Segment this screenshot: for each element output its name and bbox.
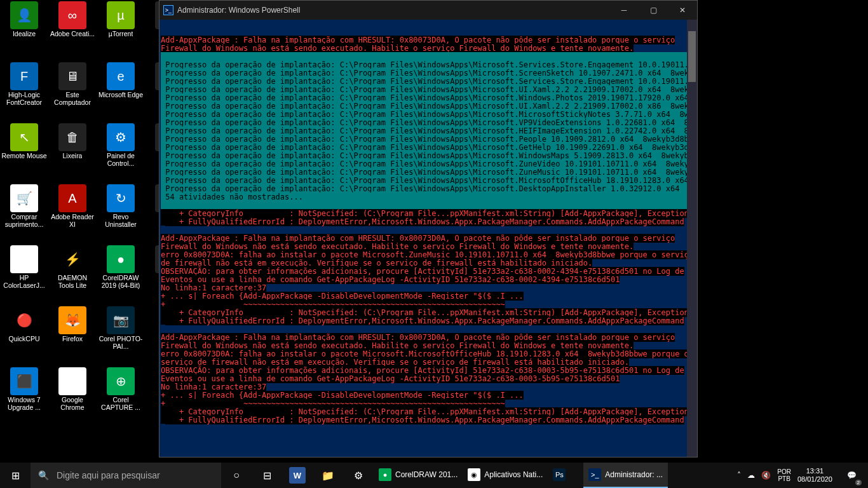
desktop-icon[interactable]: ●CorelDRAW 2019 (64-Bit) <box>97 244 145 305</box>
icon-label: Este Computador <box>50 92 95 106</box>
onedrive-icon[interactable]: ☁ <box>747 471 755 480</box>
app-icon: ◉ <box>58 367 86 395</box>
terminal-line: Progresso da operação de implantação: C:… <box>161 93 697 102</box>
terminal-line: + ~~~~~~~~~~~~~~~~~~~~~~~~~~~~~~~~~~~~~~… <box>161 300 505 309</box>
powershell-window: >_ Administrador: Windows PowerShell ─ ▢… <box>159 0 698 458</box>
search-box[interactable]: 🔍 Digite aqui para pesquisar <box>31 463 221 488</box>
terminal-line: Progresso da operação de implantação: C:… <box>161 126 697 135</box>
icon-label: Revo Uninstaller <box>98 214 144 228</box>
terminal-line: Progresso da operação de implantação: C:… <box>161 176 697 185</box>
app-icon: ⚙ <box>107 123 135 151</box>
settings-icon[interactable]: ⚙ <box>343 463 374 488</box>
close-button[interactable]: ✕ <box>668 1 697 20</box>
terminal-line: + CategoryInfo : NotSpecified: (C:\Progr… <box>161 407 689 416</box>
icon-label: Google Chrome <box>50 396 95 411</box>
volume-icon[interactable]: 🔇 <box>761 471 771 480</box>
terminal-line: erro 0x80073D0A: falha ao instalar o pac… <box>161 349 689 358</box>
app-icon: 🖥 <box>58 62 86 90</box>
language-indicator[interactable]: POR PTB <box>777 468 791 482</box>
icon-label: QuickCPU <box>8 336 39 343</box>
app-icon: 🖨 <box>10 245 38 273</box>
tray-chevron-icon[interactable]: ˄ <box>737 471 741 480</box>
taskbar-item[interactable]: Ps <box>548 463 583 488</box>
taskbar-label: CorelDRAW 201... <box>395 470 458 479</box>
word-icon[interactable]: W <box>289 467 306 484</box>
app-icon: ● <box>379 468 391 481</box>
icon-label: Adobe Creati... <box>50 30 95 38</box>
desktop-icon[interactable]: µµTorrent <box>97 0 145 61</box>
notifications-icon[interactable]: 💬2 <box>839 463 864 488</box>
taskbar-item[interactable]: >_Administrador: ... <box>583 463 668 488</box>
search-icon: 🔍 <box>38 470 49 480</box>
terminal-line <box>161 201 697 210</box>
icon-label: Corel PHOTO-PAI... <box>98 336 144 350</box>
app-icon: 🗑 <box>58 123 86 151</box>
app-icon: 🦊 <box>58 306 86 334</box>
terminal-line: + CategoryInfo : NotSpecified: (C:\Progr… <box>161 209 689 218</box>
app-icon: 🔴 <box>10 306 38 334</box>
desktop-icon[interactable]: ↻Revo Uninstaller <box>97 183 145 244</box>
terminal-output[interactable]: Add-AppxPackage : Falha na implantação c… <box>159 20 697 457</box>
desktop-icon[interactable]: ⬛Windows 7 Upgrade ... <box>0 366 48 427</box>
icon-label: Remote Mouse <box>1 152 46 160</box>
terminal-line: OBSERVAÇÃO: para obter informações adici… <box>161 267 684 276</box>
terminal-line: Firewall do Windows não está sendo execu… <box>161 341 634 350</box>
desktop-icon[interactable]: ↖Remote Mouse <box>0 122 48 183</box>
desktop-icon[interactable]: AAdobe Reader XI <box>48 183 97 244</box>
taskbar-item[interactable]: ◉Aplicativos Nati... <box>463 463 548 488</box>
desktop-icon[interactable]: FHigh-Logic FontCreator <box>0 61 48 122</box>
start-button[interactable]: ⊞ <box>0 463 31 488</box>
terminal-line: + FullyQualifiedErrorId : DeploymentErro… <box>161 217 684 226</box>
icon-label: Adobe Reader XI <box>50 214 95 228</box>
desktop-icon[interactable]: 🔴QuickCPU <box>0 305 48 366</box>
taskbar-item[interactable]: ●CorelDRAW 201... <box>374 463 463 488</box>
terminal-line: + CategoryInfo : NotSpecified: (C:\Progr… <box>161 308 689 317</box>
scrollbar[interactable] <box>687 20 697 457</box>
terminal-line: Progresso da operação de implantação: C:… <box>161 102 697 111</box>
cortana-icon[interactable]: ○ <box>221 463 252 488</box>
app-icon: ∞ <box>58 1 86 29</box>
clock[interactable]: 13:31 08/01/2020 <box>797 467 832 484</box>
desktop-icon[interactable]: 🦊Firefox <box>48 305 97 366</box>
titlebar[interactable]: >_ Administrador: Windows PowerShell ─ ▢… <box>159 1 697 20</box>
icon-label: Windows 7 Upgrade ... <box>1 396 47 411</box>
app-icon: ● <box>107 245 135 273</box>
taskview-icon[interactable]: ⊟ <box>252 463 282 488</box>
icon-label: Comprar suprimento... <box>1 214 47 228</box>
desktop-icon[interactable]: 🖨HP ColorLaserJ... <box>0 244 48 305</box>
desktop-icon[interactable]: 🛒Comprar suprimento... <box>0 183 48 244</box>
terminal-line: Eventos ou use a linha de comando Get-Ap… <box>161 275 620 284</box>
desktop-icon[interactable]: 🗑Lixeira <box>48 122 97 183</box>
terminal-line: Progresso da operação de implantação: C:… <box>161 135 697 144</box>
desktop-icon[interactable]: ∞Adobe Creati... <box>48 0 97 61</box>
desktop-icon[interactable]: 🖥Este Computador <box>48 61 97 122</box>
app-icon: >_ <box>588 468 601 481</box>
icon-label: µTorrent <box>109 30 133 38</box>
terminal-line: Add-AppxPackage : Falha na implantação c… <box>161 333 675 342</box>
terminal-line: Progresso da operação de implantação: C:… <box>161 110 697 119</box>
powershell-icon: >_ <box>163 5 173 15</box>
minimize-button[interactable]: ─ <box>609 1 639 20</box>
terminal-line: de firewall não está em execução. Verifi… <box>161 259 592 268</box>
explorer-icon[interactable]: 📁 <box>313 463 343 488</box>
app-icon: 🛒 <box>10 184 38 212</box>
terminal-line <box>161 424 165 433</box>
desktop-icon[interactable]: eMicrosoft Edge <box>97 61 145 122</box>
terminal-line: + FullyQualifiedErrorId : DeploymentErro… <box>161 316 684 325</box>
desktop-icon[interactable]: 👤Idealize <box>0 0 48 61</box>
desktop-icon[interactable]: ⚡DAEMON Tools Lite <box>48 244 97 305</box>
maximize-button[interactable]: ▢ <box>639 1 668 20</box>
terminal-line: Add-AppxPackage : Falha na implantação c… <box>161 36 675 44</box>
terminal-line: erro 0x80073D0A: falha ao instalar o pac… <box>161 250 693 259</box>
desktop-icon[interactable]: ⚙Painel de Control... <box>97 122 145 183</box>
desktop-icon[interactable]: ◉Google Chrome <box>48 366 97 427</box>
desktop-icon[interactable]: 📷Corel PHOTO-PAI... <box>97 305 145 366</box>
terminal-line: No linha:1 caractere:37 <box>161 283 266 292</box>
icon-label: Painel de Control... <box>98 152 144 167</box>
terminal-line: Progresso da operação de implantação: C:… <box>161 85 697 94</box>
terminal-line: + ... s| Foreach {Add-AppxPackage -Disab… <box>161 292 524 301</box>
app-icon: ⬛ <box>10 367 38 395</box>
desktop-icon[interactable]: ⊕Corel CAPTURE ... <box>97 366 145 427</box>
scrollbar-thumb[interactable] <box>688 31 696 82</box>
terminal-line: + ... s| Foreach {Add-AppxPackage -Disab… <box>161 391 524 400</box>
